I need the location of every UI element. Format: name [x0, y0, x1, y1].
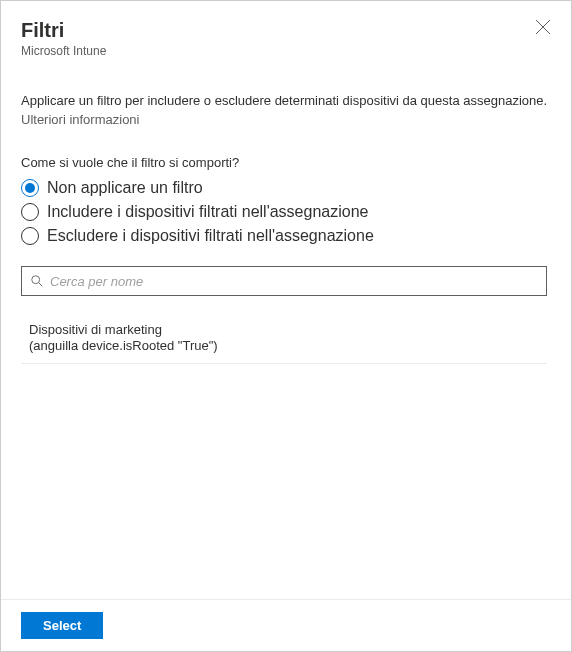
- panel-footer: Select: [1, 599, 571, 651]
- behavior-question: Come si vuole che il filtro si comporti?: [21, 155, 547, 170]
- radio-exclude[interactable]: Escludere i dispositivi filtrati nell'as…: [21, 224, 547, 248]
- svg-line-1: [39, 283, 43, 287]
- radio-icon: [21, 227, 39, 245]
- radio-include[interactable]: Includere i dispositivi filtrati nell'as…: [21, 200, 547, 224]
- panel-header: Filtri Microsoft Intune: [1, 1, 571, 62]
- scroll-area: Come si vuole che il filtro si comporti?…: [21, 155, 551, 595]
- search-icon: [30, 274, 44, 288]
- item-title: Dispositivi di marketing: [29, 322, 539, 337]
- radio-icon: [21, 203, 39, 221]
- svg-point-0: [32, 276, 40, 284]
- radio-label: Includere i dispositivi filtrati nell'as…: [47, 203, 368, 221]
- close-icon[interactable]: [535, 19, 551, 35]
- search-input[interactable]: [50, 274, 538, 289]
- list-item[interactable]: Dispositivi di marketing (anguilla devic…: [21, 308, 547, 364]
- learn-more-link[interactable]: Ulteriori informazioni: [21, 112, 551, 127]
- radio-label: Escludere i dispositivi filtrati nell'as…: [47, 227, 374, 245]
- description-text: Applicare un filtro per includere o escl…: [21, 92, 551, 110]
- panel-content: Applicare un filtro per includere o escl…: [1, 62, 571, 595]
- search-box[interactable]: [21, 266, 547, 296]
- select-button[interactable]: Select: [21, 612, 103, 639]
- page-subtitle: Microsoft Intune: [21, 44, 551, 58]
- filter-mode-radio-group: Non applicare un filtro Includere i disp…: [21, 176, 547, 248]
- page-title: Filtri: [21, 19, 551, 42]
- radio-no-filter[interactable]: Non applicare un filtro: [21, 176, 547, 200]
- radio-icon: [21, 179, 39, 197]
- radio-label: Non applicare un filtro: [47, 179, 203, 197]
- item-subtitle: (anguilla device.isRooted "True"): [29, 338, 539, 353]
